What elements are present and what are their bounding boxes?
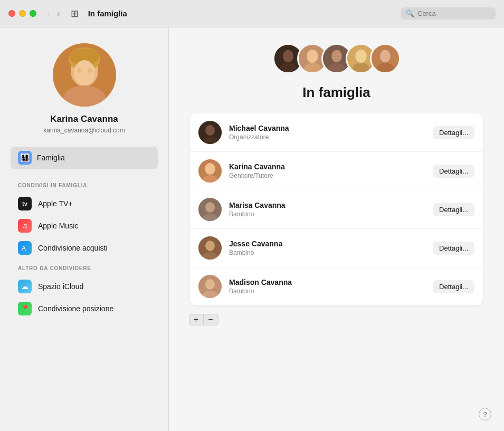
svg-point-18 — [328, 63, 345, 74]
members-list: Michael Cavanna Organizzatore Dettagli..… — [190, 113, 483, 305]
table-row: Karina Cavanna Genitore/Tutore Dettagli.… — [190, 152, 483, 190]
member-info-5: Madison Cavanna Bambino — [229, 278, 425, 295]
table-row: Michael Cavanna Organizzatore Dettagli..… — [190, 113, 483, 152]
appletv-icon: tv — [18, 197, 32, 210]
svg-text:A: A — [22, 245, 26, 252]
detail-button-2[interactable]: Dettagli... — [433, 165, 474, 178]
sidebar-item-acquisti[interactable]: A Condivisione acquisti — [11, 237, 158, 259]
posizione-label: Condivisione posizione — [38, 304, 113, 313]
member-avatar-1 — [198, 121, 222, 144]
minimize-button[interactable] — [19, 10, 26, 17]
member-role-4: Bambino — [229, 249, 425, 256]
member-avatar-2 — [198, 159, 222, 183]
applemusic-icon: ♫ — [18, 219, 32, 233]
search-input[interactable] — [417, 9, 491, 17]
svg-point-5 — [74, 60, 95, 85]
section-label-condivisi: CONDIVISI IN FAMIGLIA — [11, 183, 158, 193]
sidebar-item-appletv[interactable]: tv Apple TV+ — [11, 193, 158, 215]
user-name: Karina Cavanna — [50, 114, 118, 124]
back-button[interactable]: ‹ — [45, 8, 52, 20]
svg-point-35 — [205, 241, 215, 251]
section-label-altro: ALTRO DA CONDIVIDERE — [11, 265, 158, 275]
svg-point-11 — [283, 50, 293, 62]
right-panel: In famiglia Michael Cavanna Organizzator… — [169, 27, 504, 431]
table-row: Madison Cavanna Bambino Dettagli... — [190, 267, 483, 305]
family-avatar-5 — [370, 43, 401, 74]
user-email: karina_cavanna@icloud.com — [43, 127, 125, 134]
appletv-label: Apple TV+ — [38, 199, 73, 208]
svg-point-21 — [352, 63, 369, 74]
table-row: Marisa Cavanna Bambino Dettagli... — [190, 190, 483, 229]
detail-button-3[interactable]: Dettagli... — [433, 203, 474, 216]
icloud-label: Spazio iCloud — [38, 282, 83, 291]
grid-icon: ⊞ — [71, 8, 79, 20]
main-content: Karina Cavanna karina_cavanna@icloud.com… — [0, 27, 504, 431]
svg-point-14 — [307, 50, 318, 63]
sidebar-nav: 👨‍👩‍👧‍👦 Famiglia — [11, 147, 158, 169]
sidebar-item-famiglia[interactable]: 👨‍👩‍👧‍👦 Famiglia — [11, 147, 158, 169]
svg-point-12 — [279, 63, 296, 74]
svg-point-24 — [376, 63, 393, 74]
member-info-3: Marisa Cavanna Bambino — [229, 201, 425, 218]
svg-point-7 — [88, 68, 92, 73]
panel-title: In famiglia — [302, 84, 370, 101]
help-button[interactable]: ? — [479, 408, 491, 420]
icloud-icon: ☁ — [18, 280, 32, 293]
search-icon: 🔍 — [406, 9, 414, 17]
svg-point-20 — [355, 50, 367, 63]
svg-point-38 — [205, 279, 215, 290]
acquisti-label: Condivisione acquisti — [38, 244, 108, 252]
member-avatar-5 — [198, 275, 222, 298]
window-title: In famiglia — [88, 9, 392, 18]
table-row: Jesse Cavanna Bambino Dettagli... — [190, 229, 483, 267]
acquisti-icon: A — [18, 241, 32, 255]
sidebar: Karina Cavanna karina_cavanna@icloud.com… — [0, 27, 169, 431]
sidebar-item-icloud[interactable]: ☁ Spazio iCloud — [11, 275, 158, 298]
titlebar: ‹ › ⊞ In famiglia 🔍 — [0, 0, 504, 27]
member-avatar-4 — [198, 236, 222, 260]
member-name-5: Madison Cavanna — [229, 278, 425, 286]
detail-button-5[interactable]: Dettagli... — [433, 280, 474, 293]
svg-point-26 — [205, 125, 215, 136]
sidebar-item-posizione[interactable]: 📍 Condivisione posizione — [11, 298, 158, 320]
member-info-2: Karina Cavanna Genitore/Tutore — [229, 162, 425, 179]
member-info-4: Jesse Cavanna Bambino — [229, 240, 425, 256]
member-info-1: Michael Cavanna Organizzatore — [229, 124, 425, 141]
member-role-2: Genitore/Tutore — [229, 172, 425, 179]
famiglia-icon: 👨‍👩‍👧‍👦 — [18, 151, 32, 165]
detail-button-4[interactable]: Dettagli... — [433, 242, 474, 255]
member-name-3: Marisa Cavanna — [229, 201, 425, 209]
detail-button-1[interactable]: Dettagli... — [433, 126, 474, 139]
family-avatars — [273, 43, 401, 74]
close-button[interactable] — [8, 10, 15, 17]
svg-point-32 — [205, 202, 215, 213]
svg-point-29 — [205, 163, 215, 175]
member-role-3: Bambino — [229, 210, 425, 218]
member-avatar-3 — [198, 198, 222, 221]
member-role-5: Bambino — [229, 288, 425, 295]
svg-point-23 — [380, 50, 391, 62]
action-bar: + − — [189, 314, 218, 325]
forward-button[interactable]: › — [55, 8, 62, 20]
remove-member-button[interactable]: − — [204, 314, 218, 325]
applemusic-label: Apple Music — [38, 222, 78, 230]
search-bar: 🔍 — [401, 7, 496, 20]
member-name-4: Jesse Cavanna — [229, 240, 425, 248]
posizione-icon: 📍 — [18, 302, 32, 315]
sidebar-item-label: Famiglia — [37, 154, 65, 162]
add-member-button[interactable]: + — [189, 314, 204, 325]
svg-point-15 — [303, 63, 320, 74]
member-role-1: Organizzatore — [229, 133, 425, 141]
svg-point-6 — [77, 68, 81, 73]
svg-point-17 — [331, 50, 342, 62]
member-name-2: Karina Cavanna — [229, 162, 425, 171]
sidebar-item-applemusic[interactable]: ♫ Apple Music — [11, 215, 158, 237]
traffic-lights — [8, 10, 36, 17]
member-name-1: Michael Cavanna — [229, 124, 425, 132]
avatar — [53, 43, 116, 107]
nav-arrows: ‹ › — [45, 8, 62, 20]
maximize-button[interactable] — [30, 10, 36, 17]
